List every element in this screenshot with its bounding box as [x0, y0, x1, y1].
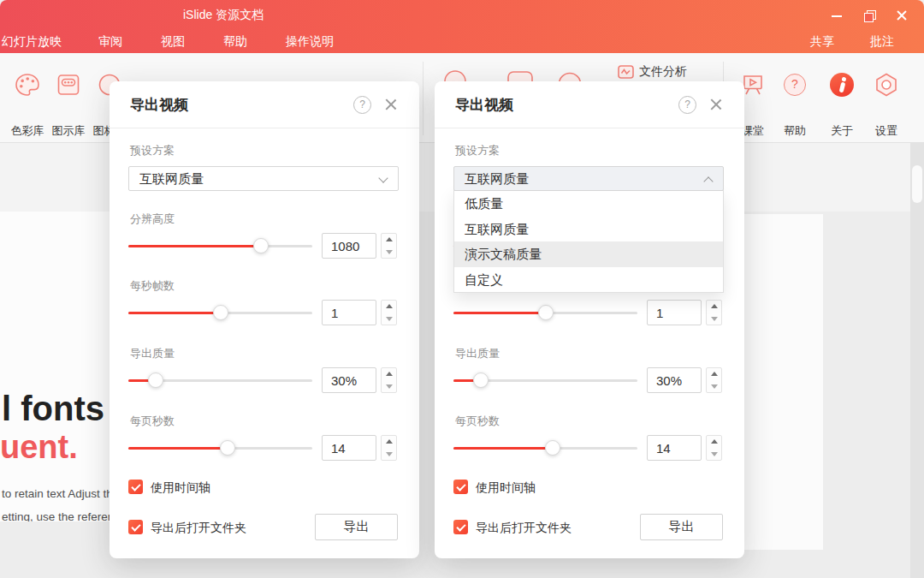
- dialog-title: 导出视频: [455, 81, 513, 128]
- slide-body-text: etting, use the reference: [2, 510, 127, 521]
- export-button[interactable]: 导出: [315, 514, 398, 540]
- diagram-library-icon: [56, 72, 81, 98]
- slide-heading-accent: uent.: [0, 429, 78, 466]
- close-window-icon[interactable]: [895, 9, 909, 22]
- height-slider[interactable]: [128, 238, 312, 253]
- menu-comment[interactable]: 批注: [870, 34, 894, 50]
- height-spinner: [322, 233, 397, 259]
- slider-handle[interactable]: [148, 372, 163, 388]
- timeline-checkbox-label: 使用时间轴: [476, 480, 536, 496]
- checkbox-checked-icon[interactable]: [128, 480, 143, 494]
- spin-up-icon[interactable]: [382, 436, 396, 448]
- minimize-icon[interactable]: [830, 9, 844, 22]
- seconds-input[interactable]: [647, 435, 702, 461]
- menu-instructions[interactable]: 操作说明: [286, 34, 334, 50]
- spin-up-icon[interactable]: [707, 301, 721, 313]
- menu-view[interactable]: 视图: [161, 34, 185, 50]
- spin-down-icon[interactable]: [382, 380, 396, 392]
- menu-help[interactable]: 帮助: [223, 34, 247, 50]
- spin-down-icon[interactable]: [707, 448, 721, 460]
- quality-slider[interactable]: [453, 372, 637, 388]
- fps-slider[interactable]: [453, 305, 637, 320]
- file-analysis-label: 文件分析: [639, 64, 687, 80]
- seconds-label: 每页秒数: [130, 414, 175, 429]
- seconds-label: 每页秒数: [455, 414, 500, 429]
- slider-handle[interactable]: [253, 238, 269, 253]
- timeline-checkbox-label: 使用时间轴: [151, 480, 210, 496]
- ribbon-label: 色彩库: [5, 123, 50, 139]
- fps-spinner: [647, 300, 722, 325]
- checkbox-checked-icon[interactable]: [453, 480, 468, 494]
- ribbon-help[interactable]: ? 帮助: [773, 72, 817, 96]
- fps-input[interactable]: [647, 300, 702, 325]
- window-title: iSlide 资源文档: [183, 8, 264, 23]
- preset-select-open[interactable]: 互联网质量: [453, 166, 724, 191]
- quality-spinner: [647, 367, 722, 393]
- fps-slider[interactable]: [128, 305, 312, 320]
- ribbon-label: 图示库: [46, 123, 91, 139]
- titlebar: iSlide 资源文档 幻灯片放映 审阅 视图 帮助 操作说明 共享 批注: [0, 0, 924, 53]
- height-input[interactable]: [322, 233, 376, 259]
- slider-handle[interactable]: [538, 305, 554, 320]
- dropdown-option-internet[interactable]: 互联网质量: [454, 217, 723, 242]
- scrollbar-thumb[interactable]: [912, 165, 922, 203]
- dropdown-option-presentation[interactable]: 演示文稿质量: [454, 241, 723, 267]
- slider-handle[interactable]: [473, 372, 489, 388]
- export-button[interactable]: 导出: [640, 514, 723, 540]
- spin-up-icon[interactable]: [382, 368, 396, 380]
- dialog-close-icon[interactable]: [708, 97, 724, 112]
- settings-icon: [874, 72, 899, 98]
- ribbon-label: 设置: [864, 123, 909, 139]
- checkbox-checked-icon[interactable]: [128, 520, 143, 534]
- app-window: iSlide 资源文档 幻灯片放映 审阅 视图 帮助 操作说明 共享 批注 色彩…: [0, 0, 924, 578]
- dropdown-option-custom[interactable]: 自定义: [454, 267, 723, 293]
- menu-share[interactable]: 共享: [810, 34, 834, 50]
- slider-handle[interactable]: [545, 440, 560, 456]
- quality-input[interactable]: [647, 367, 702, 393]
- scrollbar[interactable]: [910, 143, 924, 578]
- preset-select[interactable]: 互联网质量: [128, 166, 399, 191]
- menu-review[interactable]: 审阅: [98, 34, 122, 50]
- dialog-close-icon[interactable]: [383, 97, 399, 112]
- dialog-help-icon[interactable]: ?: [353, 96, 371, 114]
- quality-label: 导出质量: [130, 346, 175, 361]
- ribbon-file-analysis[interactable]: 文件分析: [618, 64, 687, 80]
- spin-down-icon[interactable]: [707, 380, 721, 392]
- open-folder-checkbox-label: 导出后打开文件夹: [151, 521, 246, 536]
- ribbon-settings[interactable]: 设置: [864, 72, 909, 98]
- seconds-slider[interactable]: [128, 440, 312, 456]
- ribbon-color-library[interactable]: 色彩库: [5, 72, 50, 98]
- ribbon-diagram-library[interactable]: 图示库: [46, 72, 91, 98]
- preset-label: 预设方案: [130, 143, 175, 158]
- dialog-header: 导出视频 ?: [435, 81, 744, 128]
- fps-input[interactable]: [322, 300, 376, 325]
- dialog-help-icon[interactable]: ?: [678, 96, 696, 114]
- preset-dropdown-list: 低质量 互联网质量 演示文稿质量 自定义: [453, 190, 724, 293]
- dropdown-option-low[interactable]: 低质量: [454, 191, 723, 217]
- seconds-slider[interactable]: [453, 440, 637, 456]
- spin-down-icon[interactable]: [382, 246, 396, 258]
- spin-down-icon[interactable]: [707, 313, 721, 325]
- quality-input[interactable]: [322, 367, 376, 393]
- export-video-dialog-2: 导出视频 ? 预设方案 互联网质量 低质量 互联网质量 演示文稿质量 自定义 分…: [435, 81, 744, 558]
- spin-up-icon[interactable]: [382, 234, 396, 246]
- checkbox-checked-icon[interactable]: [453, 520, 468, 534]
- spin-up-icon[interactable]: [707, 436, 721, 448]
- ribbon-label: 关于: [820, 123, 864, 139]
- file-analysis-icon: [618, 65, 634, 79]
- open-folder-checkbox-label: 导出后打开文件夹: [476, 521, 572, 536]
- spin-down-icon[interactable]: [382, 313, 396, 325]
- ribbon-about[interactable]: 关于: [820, 72, 864, 97]
- chevron-down-icon: [378, 173, 388, 182]
- quality-slider[interactable]: [128, 372, 312, 388]
- restore-icon[interactable]: [862, 9, 876, 22]
- spin-up-icon[interactable]: [707, 368, 721, 380]
- slider-handle[interactable]: [213, 305, 228, 320]
- spin-down-icon[interactable]: [382, 448, 396, 460]
- quality-spinner: [322, 367, 397, 393]
- slider-handle[interactable]: [220, 440, 235, 456]
- spin-up-icon[interactable]: [382, 301, 396, 313]
- menu-slideshow[interactable]: 幻灯片放映: [2, 34, 62, 50]
- preset-value: 互联网质量: [465, 167, 529, 190]
- seconds-input[interactable]: [322, 435, 376, 461]
